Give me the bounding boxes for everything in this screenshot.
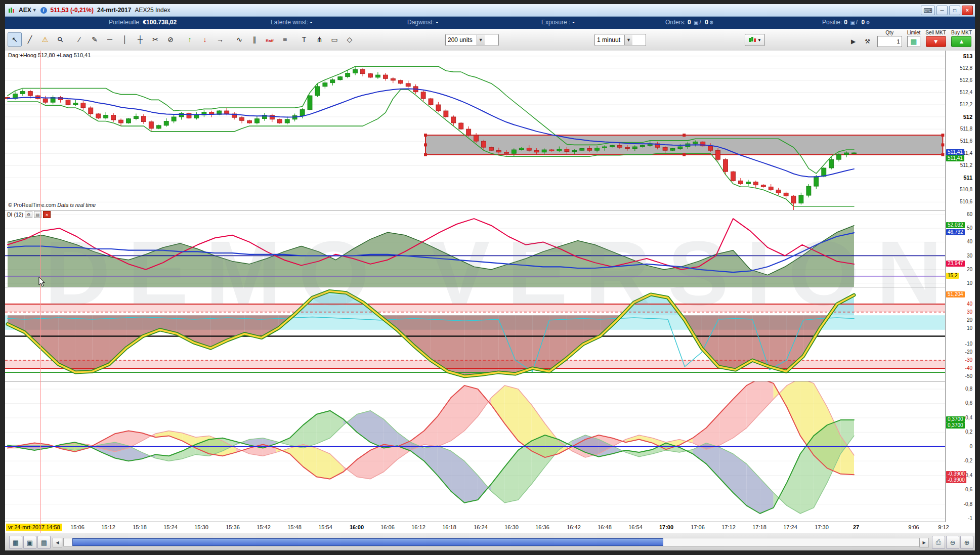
oscillator-canvas[interactable] xyxy=(5,287,946,381)
time-label: 16:06 xyxy=(380,524,395,530)
scale-tick-label: 512,6 xyxy=(960,77,972,83)
pencil-icon[interactable]: ✎ xyxy=(88,32,102,47)
chart-type-button[interactable]: ▼ xyxy=(745,34,765,46)
keyboard-icon[interactable]: ⌨ xyxy=(921,6,935,15)
oscillator-panel[interactable] xyxy=(5,287,946,381)
rectangle-tool-icon[interactable]: ▭ xyxy=(327,32,342,47)
ribbon-oscillator-canvas[interactable] xyxy=(5,381,946,522)
limit-label: Limiet xyxy=(907,30,921,35)
day-range-label: Dag:+Hoog 512,80 +Laag 510,41 xyxy=(8,52,91,58)
panel-divider[interactable] xyxy=(5,210,975,210)
di-label: DI (12) xyxy=(7,211,23,218)
horizontal-scrollbar[interactable] xyxy=(63,538,919,546)
trendline-icon[interactable]: ∕ xyxy=(72,32,87,47)
scrollbar-thumb[interactable] xyxy=(72,538,663,546)
maximize-button[interactable]: □ xyxy=(949,6,960,15)
forward-icon[interactable]: → xyxy=(213,32,227,47)
bottom-bar: ▦▣▤ ◀ ▶ ⎙⊖⊕ xyxy=(5,533,975,550)
close-button[interactable]: × xyxy=(962,6,973,15)
measure-icon[interactable]: ╱ xyxy=(23,32,37,47)
time-label: 15:54 xyxy=(318,524,332,530)
sell-mkt-button[interactable]: ▼ xyxy=(926,36,946,47)
channel-icon[interactable]: ∥ xyxy=(247,32,262,47)
symbol-selector[interactable]: AEX ▼ xyxy=(19,7,37,14)
trash-icon[interactable]: ⊘ xyxy=(163,32,178,47)
scale-tick-label: 513 xyxy=(963,53,972,59)
timeframe-select[interactable]: 1 minuut ▼ xyxy=(594,34,646,46)
text-tool-icon[interactable]: T xyxy=(297,32,311,47)
orders-summary: Orders:0 ▣/ 0⚙ xyxy=(665,19,715,26)
indic-window-icon[interactable]: ▤ xyxy=(34,211,41,218)
buy-mkt-button[interactable]: ▲ xyxy=(951,36,971,47)
time-axis[interactable]: vr 24-mrt-2017 14:58 15:0615:1215:1815:2… xyxy=(5,522,946,533)
qty-input[interactable] xyxy=(877,36,902,47)
pitchfork-icon[interactable]: ⋔ xyxy=(312,32,326,47)
scale-tick-label: 512,4 xyxy=(960,90,972,95)
timeframe-value: 1 minuut xyxy=(597,36,620,44)
units-value: 200 units xyxy=(448,36,473,44)
drawing-toolbar: ↖╱⚠⚲∕✎─│┼✂⊘↑↓→∿∥Raff≡T⋔▭◇ 200 units ▼ 1 … xyxy=(5,29,975,52)
price-badge: 0,3700 xyxy=(946,416,965,422)
wrench-icon[interactable]: ⚒ xyxy=(863,36,872,47)
position-summary: Positie:0 ▣/ 0⚙ xyxy=(822,19,871,26)
pointer-icon[interactable]: ↖ xyxy=(8,32,22,47)
expand-icon[interactable]: ▶ xyxy=(849,36,858,47)
di-indicator-panel[interactable]: DI (12) ⚙ ▤ × xyxy=(5,210,946,287)
latent-profit: Latente winst:- xyxy=(271,19,312,26)
accounts-icon[interactable]: ▣ xyxy=(23,536,36,549)
buy-marker-icon[interactable]: ↑ xyxy=(183,32,197,47)
time-label: 17:24 xyxy=(783,524,797,530)
scale-tick-label: -10 xyxy=(965,341,972,347)
orders-settings-icon[interactable]: ⚙ xyxy=(709,20,714,25)
zigzag-icon[interactable]: ∿ xyxy=(232,32,246,47)
scale-tick-label: -50 xyxy=(965,373,972,379)
zoom-out-icon[interactable]: ⊖ xyxy=(946,536,959,549)
trading-window: AEX ▼ i 511,53 (-0,21%) 24-mrt-2017 AEX2… xyxy=(5,4,975,550)
position-list-icon[interactable]: ▣ xyxy=(850,20,855,25)
units-select[interactable]: 200 units ▼ xyxy=(445,34,499,46)
date-label: 24-mrt-2017 xyxy=(97,7,131,14)
time-label: 16:48 xyxy=(598,524,612,530)
fibonacci-icon[interactable]: ≡ xyxy=(278,32,292,47)
crosshair-icon[interactable]: ┼ xyxy=(133,32,147,47)
limit-order-icon[interactable]: ▦ xyxy=(907,36,920,47)
scale-tick-label: 511,6 xyxy=(960,138,972,144)
indic-settings-icon[interactable]: ⚙ xyxy=(25,211,32,218)
position-settings-icon[interactable]: ⚙ xyxy=(866,20,870,25)
raff-channel-icon[interactable]: Raff xyxy=(263,33,277,48)
indic-close-icon[interactable]: × xyxy=(43,211,51,218)
main-chart-panel[interactable]: Dag:+Hoog 512,80 +Laag 510,41 © ProRealT… xyxy=(5,51,946,210)
portfolio-summary: Portefeuille:€100.738,02 xyxy=(109,19,177,26)
print-icon[interactable]: ⎙ xyxy=(932,536,945,549)
di-canvas[interactable] xyxy=(5,210,946,287)
scroll-left-button[interactable]: ◀ xyxy=(53,538,62,547)
info-icon[interactable]: i xyxy=(40,7,47,14)
zoom-tool-icon[interactable]: ⚲ xyxy=(53,32,67,47)
panel-divider[interactable] xyxy=(5,381,975,381)
titlebar: AEX ▼ i 511,53 (-0,21%) 24-mrt-2017 AEX2… xyxy=(5,4,975,17)
time-label: 16:18 xyxy=(442,524,456,530)
chevron-down-icon: ▼ xyxy=(757,38,761,42)
scale-tick-label: 10 xyxy=(967,325,972,331)
buy-mkt-label: Buy MKT xyxy=(951,30,972,35)
price-scale[interactable]: 513512,8512,6512,4512,2512511,8511,6511,… xyxy=(945,51,975,522)
alarm-icon[interactable]: ⚠ xyxy=(38,32,52,47)
scale-tick-label: 10 xyxy=(967,280,972,286)
polygon-tool-icon[interactable]: ◇ xyxy=(343,32,357,47)
chevron-down-icon: ▼ xyxy=(624,35,632,45)
zoom-in-icon[interactable]: ⊕ xyxy=(960,536,973,549)
scissors-icon[interactable]: ✂ xyxy=(148,32,162,47)
ribbon-oscillator-panel[interactable] xyxy=(5,381,946,522)
scroll-right-button[interactable]: ▶ xyxy=(919,538,929,547)
sell-marker-icon[interactable]: ↓ xyxy=(198,32,212,47)
vertical-line-icon[interactable]: │ xyxy=(118,32,132,47)
panel-divider[interactable] xyxy=(5,287,975,287)
price-badge: 51,204 xyxy=(946,291,965,297)
horizontal-line-icon[interactable]: ─ xyxy=(103,32,117,47)
time-label: 9:12 xyxy=(938,524,949,530)
minimize-button[interactable]: ─ xyxy=(936,6,948,15)
orders-list-icon[interactable]: ▣ xyxy=(694,20,698,25)
layout-icon[interactable]: ▦ xyxy=(9,536,22,549)
workspace-icon[interactable]: ▤ xyxy=(37,536,51,549)
main-chart-canvas[interactable] xyxy=(5,51,946,210)
